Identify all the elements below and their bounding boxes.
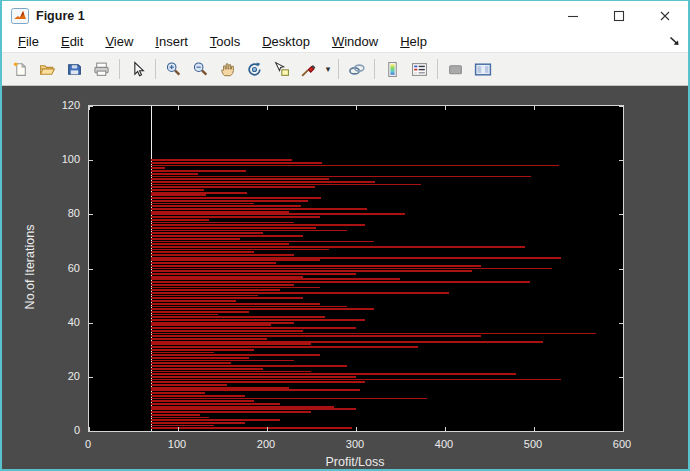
profit-bar <box>151 381 365 383</box>
menu-help[interactable]: Help <box>389 34 438 49</box>
menu-desktop[interactable]: Desktop <box>251 34 321 49</box>
rotate-3d-button[interactable] <box>241 56 268 82</box>
toolbar-separator <box>338 59 339 79</box>
figure-toolbar: ▾ <box>2 53 688 86</box>
insert-legend-button[interactable] <box>406 56 433 82</box>
x-tick-mark <box>623 106 624 110</box>
x-tick-mark <box>356 427 357 431</box>
profit-bar <box>151 311 249 313</box>
y-tick-mark <box>619 377 623 378</box>
menu-insert[interactable]: Insert <box>144 34 199 49</box>
profit-bar <box>151 419 280 421</box>
profit-bar <box>151 389 360 391</box>
profit-bar <box>151 335 480 337</box>
edit-plot-button[interactable] <box>124 56 151 82</box>
profit-bar <box>151 230 347 232</box>
matlab-figure-icon <box>11 8 29 24</box>
y-tick-label: 80 <box>68 207 80 219</box>
profit-bar <box>151 379 560 381</box>
profit-bar <box>151 327 356 329</box>
profit-bar <box>151 211 289 213</box>
profit-bar <box>151 303 320 305</box>
profit-bar <box>151 300 236 302</box>
profit-bar <box>151 422 244 424</box>
profit-bar <box>151 262 276 264</box>
minimize-button[interactable] <box>550 1 596 30</box>
menu-window[interactable]: Window <box>321 34 389 49</box>
data-cursor-button[interactable] <box>268 56 295 82</box>
window-title: Figure 1 <box>36 9 85 23</box>
profit-bar <box>151 232 262 234</box>
profit-bar <box>151 184 421 186</box>
profit-bar <box>151 287 320 289</box>
profit-bar <box>151 360 293 362</box>
profit-bar <box>151 224 365 226</box>
menu-edit[interactable]: Edit <box>50 34 94 49</box>
x-tick-label: 400 <box>435 438 453 450</box>
profit-bar <box>151 316 325 318</box>
insert-colorbar-button[interactable] <box>379 56 406 82</box>
profit-bar <box>151 176 531 178</box>
toolbar-separator <box>119 59 120 79</box>
menu-tools[interactable]: Tools <box>199 34 251 49</box>
link-plot-button[interactable] <box>343 56 370 82</box>
profit-bar <box>151 194 206 196</box>
plot-area[interactable] <box>88 105 624 432</box>
close-button[interactable] <box>642 1 688 30</box>
profit-bar <box>151 246 525 248</box>
profit-bar <box>151 268 552 270</box>
profit-bar <box>151 349 253 351</box>
profit-bar <box>151 200 308 202</box>
profit-bar <box>151 165 559 167</box>
menu-view[interactable]: View <box>94 34 144 49</box>
profit-bar <box>151 306 347 308</box>
show-plot-tools-dock-button[interactable] <box>469 56 496 82</box>
profit-bar <box>151 414 200 416</box>
profit-bar <box>151 417 209 419</box>
zoom-in-button[interactable] <box>160 56 187 82</box>
y-tick-label: 20 <box>68 370 80 382</box>
new-figure-button[interactable] <box>7 56 34 82</box>
menubar: File Edit View Insert Tools Desktop Wind… <box>2 30 688 53</box>
save-figure-button[interactable] <box>61 56 88 82</box>
profit-bar <box>151 205 301 207</box>
profit-bar <box>151 254 293 256</box>
menu-file[interactable]: File <box>7 34 50 49</box>
brush-button[interactable] <box>295 56 322 82</box>
profit-bar <box>151 257 560 259</box>
profit-bar <box>151 295 258 297</box>
y-tick-mark <box>89 160 93 161</box>
profit-bar <box>151 259 320 261</box>
y-tick-mark <box>619 269 623 270</box>
x-tick-label: 0 <box>85 438 91 450</box>
open-file-button[interactable] <box>34 56 61 82</box>
y-tick-mark <box>89 106 93 107</box>
zoom-out-button[interactable] <box>187 56 214 82</box>
x-tick-mark <box>267 427 268 431</box>
profit-bar <box>151 341 543 343</box>
profit-bar <box>151 371 311 373</box>
profit-bar <box>151 373 516 375</box>
x-tick-mark <box>445 427 446 431</box>
profit-bar <box>151 173 197 175</box>
x-tick-mark <box>356 106 357 110</box>
profit-bar <box>151 408 356 410</box>
profit-bar <box>151 362 231 364</box>
pan-button[interactable] <box>214 56 241 82</box>
profit-bar <box>151 203 253 205</box>
profit-bar <box>151 376 356 378</box>
profit-bar <box>151 178 329 180</box>
brush-dropdown-caret[interactable]: ▾ <box>322 56 334 82</box>
profit-bar <box>151 186 315 188</box>
maximize-button[interactable] <box>596 1 642 30</box>
y-tick-mark <box>89 269 93 270</box>
profit-bar <box>151 425 213 427</box>
dock-figure-arrow-icon[interactable] <box>668 35 681 47</box>
profit-bar <box>151 181 374 183</box>
x-tick-label: 600 <box>613 438 631 450</box>
hide-plot-tools-button[interactable] <box>442 56 469 82</box>
profit-bar <box>151 338 267 340</box>
print-figure-button[interactable] <box>88 56 115 82</box>
profit-bar <box>151 208 366 210</box>
y-tick-label: 120 <box>62 99 80 111</box>
